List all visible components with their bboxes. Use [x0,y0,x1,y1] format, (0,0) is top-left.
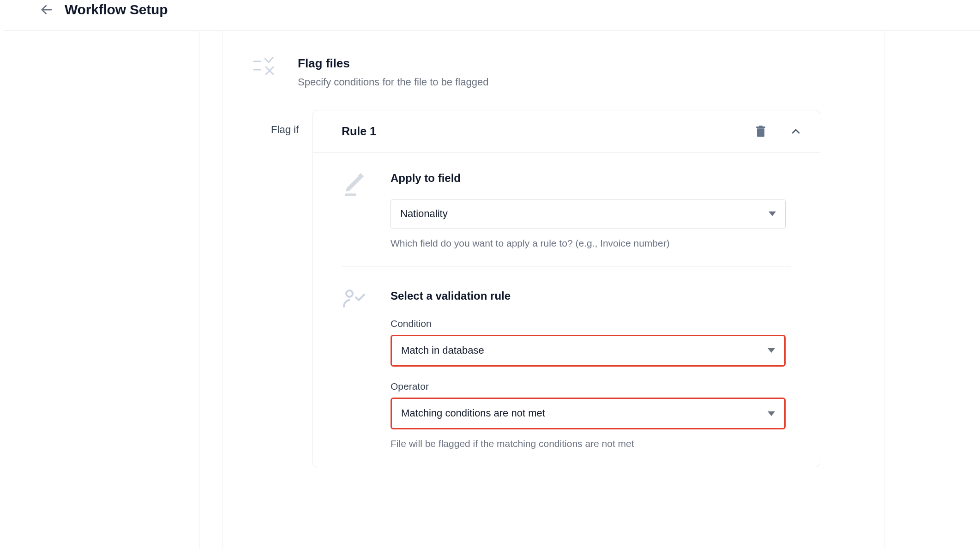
rule-title: Rule 1 [342,123,376,139]
trash-icon [755,126,766,138]
condition-label: Condition [391,317,791,330]
svg-marker-11 [769,211,776,216]
caret-down-icon [769,211,776,216]
apply-field-select[interactable]: Nationality [391,199,786,229]
content-panel: Flag files Specify conditions for the fi… [222,31,884,549]
left-sidebar [0,31,199,549]
caret-down-icon [768,411,775,416]
rule-card: Rule 1 [313,110,820,467]
flag-if-label: Flag if [266,110,299,137]
svg-rect-5 [757,128,764,137]
apply-field-heading: Apply to field [391,170,791,186]
svg-rect-10 [345,193,356,196]
svg-marker-8 [346,176,361,192]
svg-marker-14 [768,411,775,416]
back-arrow-button[interactable] [40,3,54,17]
section-description: Specify conditions for the file to be fl… [298,75,488,90]
condition-value: Match in database [401,344,484,358]
condition-select[interactable]: Match in database [391,335,786,367]
section-title: Flag files [298,55,488,72]
flag-files-icon [253,55,276,75]
delete-rule-button[interactable] [755,126,766,138]
collapse-rule-button[interactable] [790,126,801,137]
operator-label: Operator [391,380,791,393]
validation-heading: Select a validation rule [391,288,791,304]
operator-helper: File will be flagged if the matching con… [391,437,786,450]
operator-select[interactable]: Matching conditions are not met [391,398,786,429]
caret-down-icon [768,348,775,353]
person-check-icon [342,288,367,308]
chevron-up-icon [790,126,801,137]
arrow-left-icon [40,3,54,17]
operator-value: Matching conditions are not met [401,406,545,421]
svg-point-12 [346,290,353,297]
svg-rect-7 [759,126,763,127]
edit-icon [342,170,367,196]
apply-field-value: Nationality [400,207,448,221]
svg-marker-13 [768,348,775,353]
page-title: Workflow Setup [65,0,168,19]
apply-field-helper: Which field do you want to apply a rule … [391,236,786,250]
